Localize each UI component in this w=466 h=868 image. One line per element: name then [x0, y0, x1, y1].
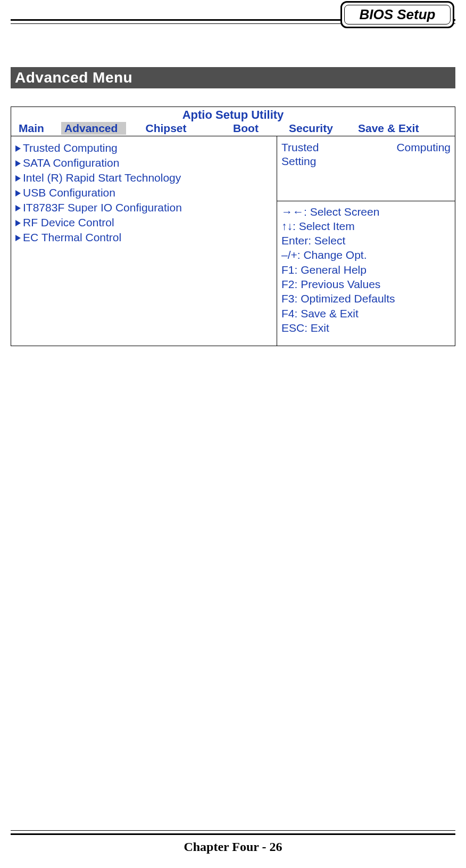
bios-title: Aptio Setup Utility	[11, 107, 455, 122]
triangle-icon	[15, 235, 21, 241]
footer-rule-thick	[11, 833, 455, 835]
tab-boot[interactable]: Boot	[206, 122, 286, 135]
menu-item-label: Trusted Computing	[23, 142, 118, 154]
footer-rule-thin	[11, 830, 455, 831]
menu-item-label: EC Thermal Control	[23, 231, 121, 243]
help-keys: →←: Select Screen ↑↓: Select Item Enter:…	[277, 201, 455, 346]
menu-item-ec-thermal-control[interactable]: EC Thermal Control	[14, 230, 273, 245]
menu-item-label: SATA Configuration	[23, 157, 119, 169]
help-line: F1: General Help	[281, 263, 451, 277]
menu-item-label: IT8783F Super IO Configuration	[23, 201, 182, 214]
help-word: Setting	[281, 154, 451, 168]
triangle-icon	[15, 205, 21, 211]
menu-item-label: RF Device Control	[23, 216, 114, 228]
menu-item-label: USB Configuration	[23, 186, 115, 199]
help-description: Trusted Computing Setting	[277, 136, 455, 201]
bios-panel: Aptio Setup Utility Main Advanced Chipse…	[11, 107, 455, 346]
triangle-icon	[15, 160, 21, 167]
triangle-icon	[15, 190, 21, 196]
menu-item-trusted-computing[interactable]: Trusted Computing	[14, 141, 273, 155]
help-line: ↑↓: Select Item	[281, 219, 451, 233]
tab-main[interactable]: Main	[15, 122, 61, 135]
section-heading: Advanced Menu	[11, 67, 455, 88]
help-word: Computing	[396, 141, 451, 154]
menu-item-label: Intel (R) Rapid Start Technology	[23, 171, 181, 184]
bios-help-col: Trusted Computing Setting →←: Select Scr…	[277, 136, 455, 346]
help-line: ESC: Exit	[281, 321, 451, 335]
help-line: F3: Optimized Defaults	[281, 291, 451, 306]
header-badge-label: BIOS Setup	[344, 5, 451, 24]
help-line: –/+: Change Opt.	[281, 248, 451, 262]
help-line: F2: Previous Values	[281, 277, 451, 291]
menu-item-intel-rapid-start[interactable]: Intel (R) Rapid Start Technology	[14, 170, 273, 185]
bios-menu-list: Trusted Computing SATA Configuration Int…	[11, 136, 277, 346]
header-badge: BIOS Setup	[340, 1, 454, 28]
help-line: Enter: Select	[281, 233, 451, 248]
bios-header: Aptio Setup Utility Main Advanced Chipse…	[11, 107, 455, 136]
menu-item-usb-configuration[interactable]: USB Configuration	[14, 185, 273, 200]
menu-item-rf-device-control[interactable]: RF Device Control	[14, 215, 273, 230]
tab-save-exit[interactable]: Save & Exit	[355, 122, 451, 135]
triangle-icon	[15, 145, 21, 152]
bios-tab-row: Main Advanced Chipset Boot Security Save…	[11, 122, 455, 136]
triangle-icon	[15, 220, 21, 226]
help-line: →←: Select Screen	[281, 204, 451, 219]
page-header: BIOS Setup	[0, 0, 466, 31]
tab-chipset[interactable]: Chipset	[126, 122, 206, 135]
tab-advanced[interactable]: Advanced	[61, 122, 126, 135]
bios-body: Trusted Computing SATA Configuration Int…	[11, 136, 455, 346]
page-footer: Chapter Four - 26	[0, 840, 466, 854]
triangle-icon	[15, 175, 21, 182]
help-line: F4: Save & Exit	[281, 306, 451, 321]
help-word: Trusted	[281, 141, 319, 154]
menu-item-sata-configuration[interactable]: SATA Configuration	[14, 155, 273, 170]
menu-item-super-io[interactable]: IT8783F Super IO Configuration	[14, 200, 273, 215]
tab-security[interactable]: Security	[286, 122, 355, 135]
